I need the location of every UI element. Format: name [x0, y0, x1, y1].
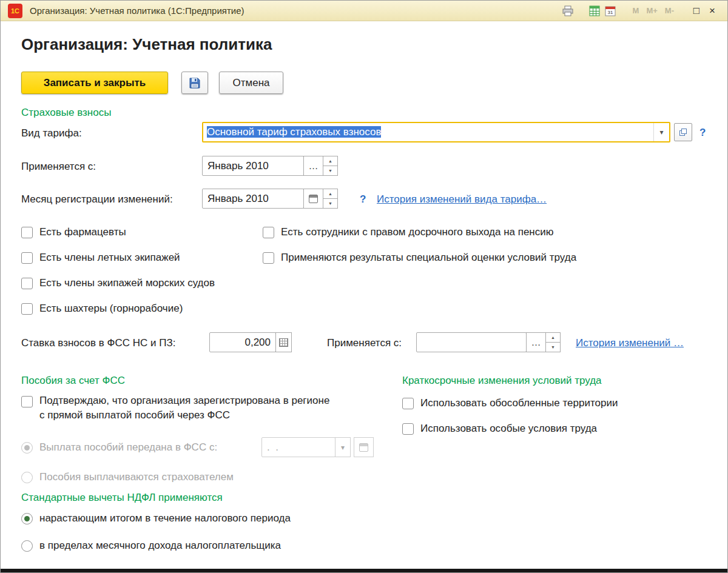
registration-month-input[interactable]: Январь 2010 [202, 189, 304, 209]
special-assessment-checkbox[interactable] [263, 252, 274, 264]
radio-row-insurer: Пособия выплачиваются страхователем [21, 471, 234, 484]
window-bottom-edge [1, 569, 727, 573]
save-and-close-button[interactable]: Записать и закрыть [21, 72, 168, 94]
miners-checkbox[interactable] [21, 303, 33, 315]
radio-label: Выплата пособий передана в ФСС с: [39, 441, 217, 454]
calendar-31-icon[interactable]: 31 [602, 4, 618, 18]
registration-month-field: Январь 2010 ▲ ▼ [202, 189, 338, 209]
spin-up-icon[interactable]: ▲ [323, 156, 338, 166]
fss-rate-field: 0,200 [209, 332, 292, 352]
memory-m-minus-button: M- [665, 6, 674, 15]
registration-month-label: Месяц регистрации изменений: [21, 193, 173, 206]
direct-payment-checkbox[interactable] [21, 396, 33, 407]
fss-rate-input[interactable]: 0,200 [209, 332, 276, 352]
transferred-radio [21, 442, 33, 454]
print-icon[interactable] [560, 4, 576, 18]
checkbox-label: Использовать обособленные территории [420, 397, 618, 409]
checkbox-row-miners: Есть шахтеры (горнорабочие) [21, 302, 183, 315]
applied-from-label: Применяется с: [21, 161, 96, 173]
sea-crews-checkbox[interactable] [21, 278, 33, 289]
section-title-insurance: Страховые взносы [21, 107, 111, 119]
calculator-icon[interactable] [587, 4, 602, 18]
checkbox-row-pharmacists: Есть фармацевты [21, 226, 126, 239]
checkbox-label: Есть шахтеры (горнорабочие) [39, 303, 183, 315]
checkbox-row-special-assessment: Применяются результаты специальной оценк… [263, 251, 576, 264]
floppy-icon [188, 76, 201, 90]
fss-applied-from-label: Применяется с: [327, 337, 402, 349]
radio-row-cumulative: нарастающим итогом в течение налогового … [21, 512, 291, 525]
checkbox-row-sea-crews: Есть члены экипажей морских судов [21, 276, 215, 290]
close-button[interactable]: × [704, 4, 720, 18]
page-title: Организация: Учетная политика [21, 35, 272, 54]
calculator-icon [279, 338, 288, 347]
1c-logo-icon: 1С [8, 4, 22, 18]
pharmacists-checkbox[interactable] [21, 227, 33, 238]
monthly-radio[interactable] [21, 540, 33, 552]
applied-from-spinner[interactable]: ▲ ▼ [323, 156, 338, 176]
separate-territories-checkbox[interactable] [402, 398, 414, 409]
calendar-button[interactable] [303, 189, 323, 209]
applied-from-input[interactable]: Январь 2010 [202, 156, 304, 176]
checkbox-row-flight-crews: Есть члены летных экипажей [21, 251, 180, 264]
tariff-type-combobox[interactable]: Основной тариф страховых взносов ▾ [202, 122, 670, 142]
fss-rate-label: Ставка взносов в ФСС НС и ПЗ: [21, 337, 175, 349]
flight-crews-checkbox[interactable] [21, 252, 33, 264]
insurer-radio [21, 472, 33, 483]
registration-month-spinner[interactable]: ▲ ▼ [323, 189, 338, 209]
app-window: 1С Организация: Учетная политика (1С:Пре… [0, 0, 728, 573]
fss-applied-from-input[interactable] [416, 332, 527, 352]
save-button[interactable] [181, 72, 208, 94]
cumulative-radio[interactable] [21, 513, 33, 524]
calculator-button[interactable] [275, 332, 292, 352]
applied-from-field: Январь 2010 … ▲ ▼ [202, 156, 338, 176]
fss-applied-from-field: … ▲ ▼ [416, 332, 561, 352]
radio-label: нарастающим итогом в течение налогового … [39, 512, 291, 524]
spin-down-icon[interactable]: ▼ [323, 198, 338, 209]
checkbox-row-early-retirement: Есть сотрудники с правом досрочного выхо… [263, 226, 554, 239]
early-retirement-checkbox[interactable] [263, 227, 274, 238]
choose-button[interactable]: … [303, 156, 323, 176]
registration-month-help-link[interactable]: ? [360, 193, 366, 206]
calendar-icon [359, 443, 368, 452]
memory-m-plus-button: M+ [646, 6, 657, 15]
tariff-history-link[interactable]: История изменений вида тарифа… [377, 193, 547, 206]
checkbox-label-line2: с прямой выплатой пособий через ФСС [39, 409, 329, 421]
fss-applied-from-spinner[interactable]: ▲ ▼ [545, 332, 561, 352]
svg-text:31: 31 [607, 10, 613, 15]
section-title-benefits: Пособия за счет ФСС [21, 375, 125, 387]
special-conditions-checkbox[interactable] [402, 423, 414, 435]
tariff-help-link[interactable]: ? [699, 127, 706, 139]
selected-text: Основной тариф страховых взносов [207, 126, 381, 138]
section-title-ndfl: Стандартные вычеты НДФЛ применяются [21, 492, 223, 504]
transfer-date-input: . . [261, 437, 335, 457]
tariff-type-label: Вид тарифа: [21, 127, 82, 139]
checkbox-label: Есть члены летных экипажей [39, 252, 180, 264]
radio-row-transferred: Выплата пособий передана в ФСС с: [21, 441, 217, 454]
checkbox-row-direct-payment: Подтверждаю, что организация зарегистрир… [21, 395, 385, 421]
checkbox-label: Есть члены экипажей морских судов [39, 277, 215, 289]
spin-up-icon[interactable]: ▲ [323, 189, 338, 199]
checkbox-label-line1: Подтверждаю, что организация зарегистрир… [39, 395, 329, 407]
checkbox-row-separate-territories: Использовать обособленные территории [402, 397, 618, 410]
spin-down-icon[interactable]: ▼ [323, 166, 338, 176]
tariff-type-value: Основной тариф страховых взносов [203, 126, 653, 138]
choose-button[interactable]: … [526, 332, 546, 352]
open-button[interactable] [674, 123, 692, 141]
spin-up-icon[interactable]: ▲ [545, 332, 561, 343]
checkbox-label: Есть сотрудники с правом досрочного выхо… [281, 226, 554, 238]
dropdown-arrow-icon: ▾ [335, 437, 351, 457]
memory-m-button: M [633, 6, 639, 15]
cancel-button[interactable]: Отмена [219, 72, 283, 94]
dropdown-arrow-icon[interactable]: ▾ [653, 123, 669, 141]
checkbox-label: Есть фармацевты [39, 226, 126, 238]
titlebar[interactable]: 1С Организация: Учетная политика (1С:Пре… [1, 1, 727, 21]
section-title-short-term: Краткосрочные изменения условий труда [402, 375, 602, 387]
maximize-button[interactable]: □ [689, 4, 704, 18]
open-icon [678, 127, 688, 137]
checkbox-label: Подтверждаю, что организация зарегистрир… [39, 395, 329, 421]
spin-down-icon[interactable]: ▼ [545, 342, 561, 352]
radio-row-monthly: в пределах месячного дохода налогоплател… [21, 539, 281, 552]
checkbox-label: Использовать особые условия труда [420, 423, 597, 435]
calendar-icon [309, 195, 318, 203]
fss-history-link[interactable]: История изменений … [576, 337, 684, 349]
